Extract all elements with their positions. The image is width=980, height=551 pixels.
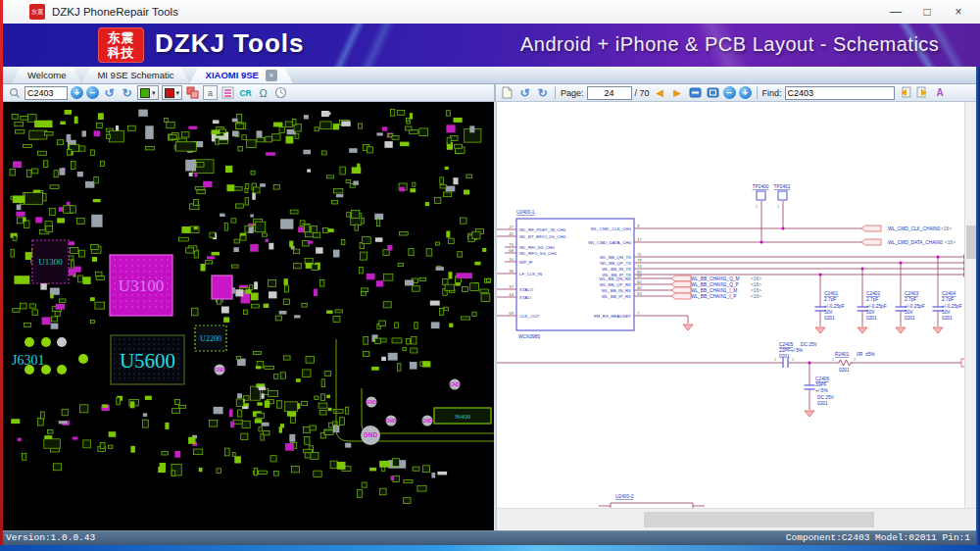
tab-label: Welcome: [27, 68, 66, 83]
svg-text:59: 59: [637, 274, 642, 278]
svg-text:0201: 0201: [905, 316, 915, 321]
app-logo-icon: 东震: [29, 4, 45, 20]
svg-text:WL_BB_QN_RX: WL_BB_QN_RX: [600, 276, 632, 281]
banner: 东震 科技 DZKJ Tools Android + iPhone & PCB …: [0, 24, 980, 67]
schematic-view[interactable]: 27WL_RF_PDET_IN_CH042WL_BT_RFIO_2G_CH075…: [497, 102, 964, 508]
tab-close-icon[interactable]: ×: [266, 70, 277, 81]
svg-text:0201: 0201: [824, 316, 835, 321]
svg-text:GND: GND: [364, 431, 378, 438]
svg-text:1: 1: [756, 205, 758, 209]
tab-mi-9se-schematic[interactable]: MI 9SE Schematic: [81, 67, 189, 83]
tab-label: XIAOMI 9SE: [206, 68, 259, 83]
labels-toggle-button[interactable]: a: [203, 85, 218, 100]
svg-text:0R: 0R: [857, 352, 863, 357]
svg-text:CLK_OUT: CLK_OUT: [519, 314, 540, 319]
svg-text:TP2401: TP2401: [774, 184, 791, 189]
rotate-right-button[interactable]: ↻: [120, 85, 134, 100]
rotate-right-button[interactable]: ↻: [535, 85, 550, 100]
svg-text:C2406: C2406: [815, 376, 829, 381]
find-previous-button[interactable]: [898, 85, 912, 100]
toolbar-separator: [555, 86, 556, 99]
zoom-out-button[interactable]: −: [723, 86, 736, 99]
svg-text:<16>: <16>: [751, 294, 761, 299]
app-window: 东震 DZKJ PhoneRepair Tools — □ × 东震 科技 DZ…: [0, 0, 980, 551]
tab-xiaomi-9se[interactable]: XIAOMI 9SE ×: [190, 67, 293, 83]
svg-text:72: 72: [637, 252, 642, 257]
close-button[interactable]: ×: [945, 2, 972, 22]
window-right-border: [976, 67, 980, 545]
svg-text:62: 62: [637, 279, 642, 284]
svg-text:WL_RFI_5G_CH0: WL_RFI_5G_CH0: [519, 245, 555, 250]
previous-page-button[interactable]: ◀: [653, 85, 667, 100]
tab-label: MI 9SE Schematic: [97, 68, 173, 83]
svg-text:WCN3980: WCN3980: [518, 334, 540, 339]
rotate-left-button[interactable]: ↺: [102, 85, 117, 100]
vertical-scrollbar[interactable]: [964, 102, 976, 508]
page-number-input[interactable]: [587, 86, 632, 100]
maximize-button[interactable]: □: [913, 2, 941, 22]
top-layer-color-button[interactable]: ▾: [137, 85, 159, 100]
brand-name: DZKJ Tools: [155, 28, 305, 59]
svg-text:17: 17: [637, 237, 642, 242]
svg-text:U1300: U1300: [38, 257, 63, 267]
svg-text:<16>: <16>: [751, 288, 761, 293]
svg-text:U2400-2: U2400-2: [615, 494, 634, 499]
svg-text:39PF: 39PF: [815, 382, 827, 387]
brand-logo: 东震 科技: [98, 27, 144, 63]
horizontal-scrollbar-thumb[interactable]: [644, 512, 874, 527]
svg-text:2.7pF: 2.7pF: [942, 297, 954, 302]
zoom-in-button[interactable]: +: [739, 86, 752, 99]
pcb-view[interactable]: U3100U5600U1300U2200J6400GNDGNDGNDGNDGND…: [3, 102, 494, 530]
svg-text:WL_BB_IN_TX: WL_BB_IN_TX: [602, 267, 631, 272]
minimize-button[interactable]: —: [882, 2, 909, 22]
fit-page-button[interactable]: [706, 85, 720, 100]
svg-text:J6400: J6400: [455, 413, 471, 421]
horizontal-scrollbar[interactable]: [497, 508, 976, 530]
page-icon[interactable]: [500, 85, 514, 100]
page-total-label: / 70: [635, 88, 650, 98]
tab-welcome[interactable]: Welcome: [12, 67, 81, 83]
rotate-left-button[interactable]: ↺: [517, 85, 532, 100]
titlebar: 东震 DZKJ PhoneRepair Tools — □ ×: [0, 0, 980, 24]
pads-toggle-button[interactable]: [185, 85, 200, 100]
bottom-layer-color-button[interactable]: ▾: [162, 85, 183, 100]
svg-text:50V: 50V: [905, 310, 913, 315]
version-text: Version:1.0.0.43: [6, 531, 95, 545]
pc-board-viewport[interactable]: U3100U5600U1300U2200J6400GNDGNDGNDGNDGND…: [3, 102, 494, 530]
svg-text:60: 60: [637, 285, 642, 290]
svg-text:27: 27: [509, 225, 514, 229]
svg-text:+/-0.25pF: +/-0.25pF: [866, 304, 887, 309]
layers-list-button[interactable]: [220, 85, 235, 100]
next-page-button[interactable]: ▶: [670, 85, 685, 100]
find-next-button[interactable]: [915, 85, 930, 100]
zoom-in-button[interactable]: +: [71, 86, 83, 99]
vertical-scrollbar-thumb[interactable]: [966, 225, 976, 259]
window-left-border: [0, 0, 3, 545]
svg-text:GND: GND: [215, 368, 225, 373]
svg-text:TP2400: TP2400: [753, 184, 769, 189]
find-input[interactable]: [785, 86, 895, 100]
component-search-input[interactable]: [24, 86, 68, 100]
match-case-button[interactable]: A: [933, 85, 948, 100]
content-area: U3100U5600U1300U2200J6400GNDGNDGNDGNDGND…: [3, 102, 976, 530]
dropdown-arrow-icon: ▾: [176, 89, 180, 97]
svg-text:WL_BB_IP_RX: WL_BB_IP_RX: [602, 294, 631, 299]
cr-filter-button[interactable]: CR: [238, 85, 253, 100]
svg-text:C2401: C2401: [824, 291, 838, 296]
fit-width-button[interactable]: [688, 85, 703, 100]
svg-text:0201: 0201: [866, 316, 877, 321]
svg-text:C2403: C2403: [905, 291, 918, 296]
resistance-measure-button[interactable]: Ω: [256, 85, 270, 100]
svg-text:22PF+/-5%: 22PF+/-5%: [779, 348, 804, 353]
svg-text:LF_CLK_IN: LF_CLK_IN: [519, 272, 542, 276]
svg-text:WL_BB_QP_RX: WL_BB_QP_RX: [600, 282, 631, 287]
svg-text:±5%: ±5%: [865, 352, 875, 357]
svg-text:0201: 0201: [839, 368, 850, 373]
svg-text:37: 37: [509, 284, 514, 289]
schematic-viewport[interactable]: 27WL_RF_PDET_IN_CH042WL_BT_RFIO_2G_CH075…: [497, 102, 976, 530]
history-button[interactable]: [273, 85, 288, 100]
svg-text:WP_IF: WP_IF: [519, 260, 533, 265]
zoom-out-button[interactable]: −: [86, 86, 99, 99]
svg-text:0201: 0201: [942, 316, 953, 321]
pcb-toolbar: + − ↺ ↻ ▾ ▾ a CR Ω: [3, 84, 494, 101]
